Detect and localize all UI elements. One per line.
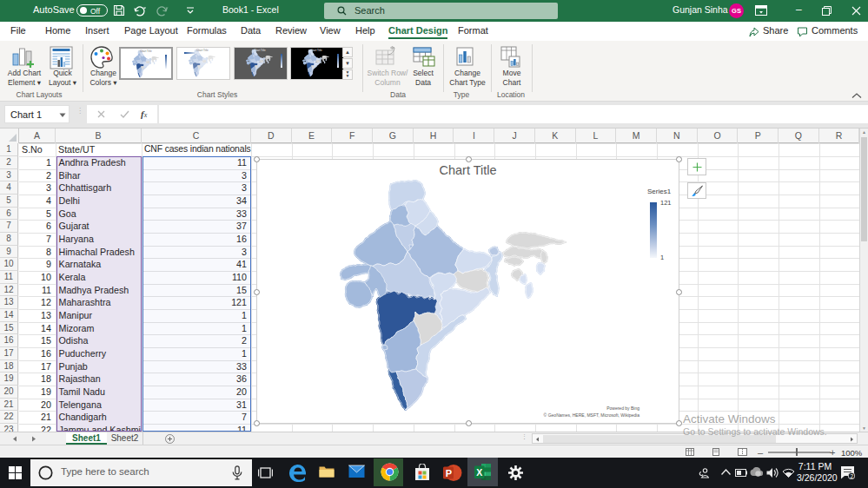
svg-text:2: 2 <box>850 473 853 479</box>
svg-text:P: P <box>446 468 452 478</box>
svg-text:X: X <box>476 467 482 478</box>
